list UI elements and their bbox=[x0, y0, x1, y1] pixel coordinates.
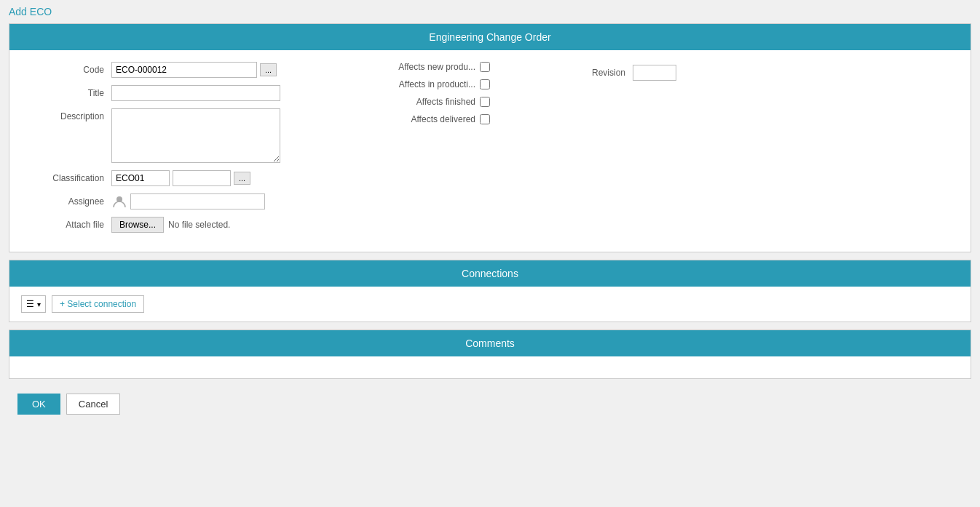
eco-section-body: Code ... Title Description bbox=[9, 50, 971, 252]
affects-new-checkbox[interactable] bbox=[480, 62, 490, 72]
footer-buttons: OK Cancel bbox=[9, 386, 971, 422]
attach-file-label: Attach file bbox=[24, 220, 104, 230]
eco-middle-col: Affects new produ... Affects in producti… bbox=[352, 62, 570, 240]
title-row: Title bbox=[24, 85, 330, 101]
description-label: Description bbox=[24, 108, 104, 121]
page-title[interactable]: Add ECO bbox=[9, 6, 971, 17]
classification-row: Classification ... bbox=[24, 170, 330, 186]
caret-down-icon: ▾ bbox=[37, 300, 41, 308]
hamburger-menu-button[interactable]: ☰ ▾ bbox=[21, 295, 46, 313]
code-label: Code bbox=[24, 65, 104, 75]
affects-production-checkbox[interactable] bbox=[480, 79, 490, 89]
affects-production-label: Affects in producti... bbox=[352, 79, 475, 89]
affects-new-label: Affects new produ... bbox=[352, 62, 475, 72]
description-row: Description bbox=[24, 108, 330, 163]
title-label: Title bbox=[24, 88, 104, 98]
comments-body bbox=[9, 356, 971, 378]
connections-body: ☰ ▾ + Select connection bbox=[9, 287, 971, 322]
affects-finished-row: Affects finished bbox=[352, 97, 570, 107]
affects-finished-checkbox[interactable] bbox=[480, 97, 490, 107]
browse-button[interactable]: Browse... bbox=[111, 217, 164, 233]
comments-section-header: Comments bbox=[9, 330, 971, 356]
ok-button[interactable]: OK bbox=[17, 394, 60, 415]
person-icon bbox=[111, 193, 127, 209]
code-ellipsis-button[interactable]: ... bbox=[260, 63, 277, 76]
revision-label: Revision bbox=[592, 68, 625, 78]
eco-left-col: Code ... Title Description bbox=[24, 62, 330, 240]
assignee-input[interactable] bbox=[130, 193, 265, 209]
code-row: Code ... bbox=[24, 62, 330, 78]
title-input[interactable] bbox=[111, 85, 280, 101]
eco-section: Engineering Change Order Code ... Title bbox=[9, 23, 971, 252]
affects-delivered-label: Affects delivered bbox=[352, 114, 475, 124]
comments-section: Comments bbox=[9, 330, 971, 379]
affects-production-row: Affects in producti... bbox=[352, 79, 570, 89]
affects-new-row: Affects new produ... bbox=[352, 62, 570, 72]
affects-finished-label: Affects finished bbox=[352, 97, 475, 107]
classification-label: Classification bbox=[24, 173, 104, 183]
classification-ellipsis-button[interactable]: ... bbox=[234, 172, 250, 185]
classification-extra-input[interactable] bbox=[173, 170, 231, 186]
description-textarea[interactable] bbox=[111, 108, 280, 163]
revision-row: Revision bbox=[592, 62, 956, 81]
hamburger-icon: ☰ bbox=[26, 299, 34, 309]
assignee-label: Assignee bbox=[24, 196, 104, 207]
eco-section-header: Engineering Change Order bbox=[9, 24, 971, 50]
attach-file-row: Attach file Browse... No file selected. bbox=[24, 217, 330, 233]
code-input[interactable] bbox=[111, 62, 257, 78]
select-connection-button[interactable]: + Select connection bbox=[52, 295, 144, 313]
eco-form-grid: Code ... Title Description bbox=[24, 62, 956, 240]
affects-delivered-row: Affects delivered bbox=[352, 114, 570, 124]
connections-section: Connections ☰ ▾ + Select connection bbox=[9, 260, 971, 322]
affects-delivered-checkbox[interactable] bbox=[480, 114, 490, 124]
no-file-text: No file selected. bbox=[168, 220, 230, 230]
eco-right-col: Revision bbox=[592, 62, 956, 240]
connections-section-header: Connections bbox=[9, 260, 971, 287]
revision-input[interactable] bbox=[633, 65, 676, 81]
assignee-row: Assignee bbox=[24, 193, 330, 209]
page-wrapper: Add ECO Engineering Change Order Code ..… bbox=[0, 0, 980, 428]
classification-code-input[interactable] bbox=[111, 170, 170, 186]
cancel-button[interactable]: Cancel bbox=[66, 394, 120, 415]
